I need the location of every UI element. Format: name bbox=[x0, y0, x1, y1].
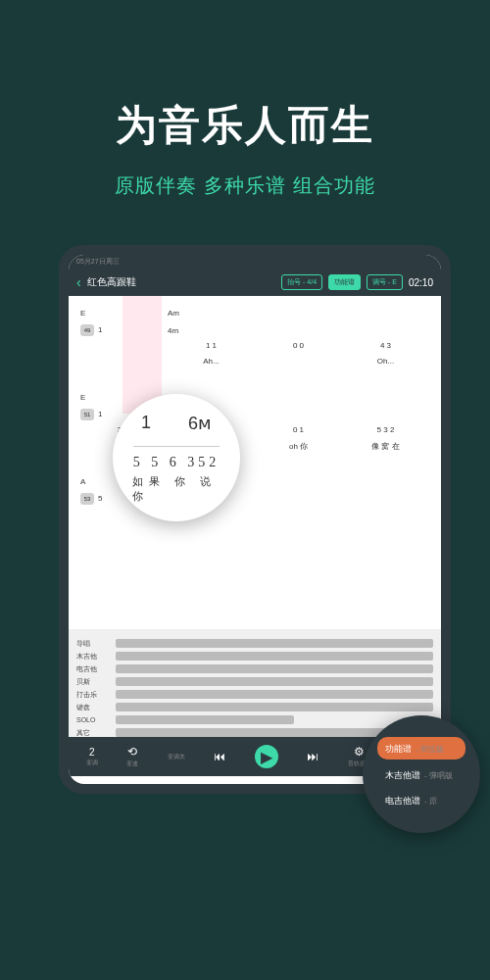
transpose-control[interactable]: 2 变调 bbox=[86, 747, 98, 767]
score-area[interactable]: EAm 491 4m 1 10 04 3 Ah...Oh... EAm 511 … bbox=[69, 296, 441, 629]
meter-badge[interactable]: 拍号 - 4/4 bbox=[281, 274, 322, 290]
prev-icon[interactable]: ⏮ bbox=[214, 750, 225, 763]
track-panel: 导唱 木吉他 电吉他 贝斯 打击乐 键盘 SOLO 其它 bbox=[69, 629, 441, 737]
tempo-control[interactable]: ⟲ 变速 bbox=[126, 745, 138, 768]
song-title: 红色高跟鞋 bbox=[87, 275, 275, 289]
mode-badge[interactable]: 功能谱 bbox=[328, 274, 361, 290]
track-row[interactable]: SOLO bbox=[76, 713, 433, 726]
track-row[interactable]: 打击乐 bbox=[76, 688, 433, 701]
next-icon[interactable]: ⏭ bbox=[307, 750, 318, 763]
hero-subtitle: 原版伴奏 多种乐谱 组合功能 bbox=[20, 172, 470, 199]
status-bar: 05月27日周三 bbox=[69, 255, 441, 269]
key-badge[interactable]: 调号 - E bbox=[367, 274, 403, 290]
hero-section: 为音乐人而生 原版伴奏 多种乐谱 组合功能 bbox=[0, 0, 490, 238]
app-header: ‹ 红色高跟鞋 拍号 - 4/4 功能谱 调号 - E 02:10 bbox=[69, 269, 441, 296]
track-row[interactable]: 导唱 bbox=[76, 637, 433, 650]
reset-control[interactable]: 变调夫 bbox=[168, 752, 185, 761]
magnifier-lyrics: 如果 你 说你 bbox=[132, 474, 220, 504]
tempo-icon: ⟲ bbox=[127, 745, 137, 759]
track-row[interactable]: 键盘 bbox=[76, 701, 433, 713]
sheet-select-popup: 功能谱- 和弦版 木吉他谱- 弹唱版 电吉他谱- 原 bbox=[363, 715, 480, 833]
popup-item[interactable]: 功能谱- 和弦版 bbox=[377, 737, 466, 760]
popup-item[interactable]: 木吉他谱- 弹唱版 bbox=[377, 763, 466, 786]
track-row[interactable]: 木吉他 bbox=[76, 650, 433, 662]
tablet-frame: 05月27日周三 ‹ 红色高跟鞋 拍号 - 4/4 功能谱 调号 - E 02:… bbox=[59, 245, 451, 794]
magnifier-notes: 5 5 6 352 bbox=[133, 446, 220, 470]
magnifier-overlay: 1 6ᴍ 5 5 6 352 如果 你 说你 bbox=[113, 394, 240, 521]
back-icon[interactable]: ‹ bbox=[76, 274, 81, 290]
popup-item[interactable]: 电吉他谱- 原 bbox=[377, 789, 466, 811]
mixer-icon: ⚙ bbox=[354, 745, 365, 759]
track-row[interactable]: 电吉他 bbox=[76, 662, 433, 675]
screen: 05月27日周三 ‹ 红色高跟鞋 拍号 - 4/4 功能谱 调号 - E 02:… bbox=[69, 255, 441, 784]
play-button[interactable]: ▶ bbox=[255, 745, 278, 768]
bar-number: 49 bbox=[80, 324, 94, 336]
track-row[interactable]: 贝斯 bbox=[76, 675, 433, 688]
duration: 02:10 bbox=[409, 277, 433, 288]
playhead-highlight bbox=[122, 296, 162, 414]
hero-title: 为音乐人而生 bbox=[20, 98, 470, 153]
